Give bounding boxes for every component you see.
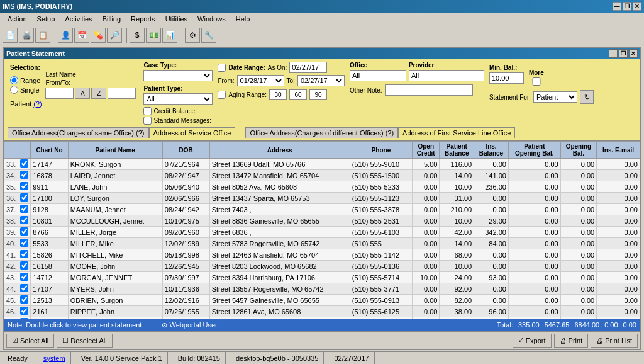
tb-btn-10[interactable]: 📊 xyxy=(162,28,177,43)
ps-minimize-btn[interactable]: — xyxy=(609,49,618,58)
menu-help[interactable]: Help xyxy=(231,14,255,24)
menu-reports[interactable]: Reports xyxy=(126,14,160,24)
statement-for-select[interactable]: Patient xyxy=(533,91,577,103)
table-row[interactable]: 44. 17107 MYERS, John 10/11/1936 Street … xyxy=(4,283,640,295)
row-check[interactable] xyxy=(18,227,31,238)
tb-btn-6[interactable]: 💊 xyxy=(91,28,106,43)
table-row[interactable]: 36. 17100 LOY, Surgon 02/06/1966 Street … xyxy=(4,193,640,204)
row-check[interactable] xyxy=(18,193,31,204)
deselect-all-button[interactable]: ☐ Deselect All xyxy=(57,334,112,348)
az-button[interactable]: A xyxy=(75,88,90,99)
select-all-button[interactable]: ☑ Select All xyxy=(6,334,54,348)
row-check[interactable] xyxy=(18,215,31,227)
row-check[interactable] xyxy=(18,283,31,295)
col-pat-open[interactable]: PatientOpening Bal. xyxy=(508,142,560,159)
patient-q[interactable]: (?) xyxy=(33,100,42,108)
addr-tab-same-office[interactable]: Office Address(Charges of same Office) (… xyxy=(8,127,149,138)
col-pat-bal[interactable]: PatientBalance xyxy=(440,142,474,159)
row-check[interactable] xyxy=(18,170,31,181)
provider-input[interactable] xyxy=(409,70,484,81)
tb-btn-9[interactable]: 💵 xyxy=(146,28,161,43)
standard-messages-check[interactable] xyxy=(143,117,152,125)
selection-to-input[interactable] xyxy=(108,88,136,99)
col-name[interactable]: Patient Name xyxy=(68,142,162,159)
table-row[interactable]: 42. 16158 MOORE, John 12/26/1945 Street … xyxy=(4,261,640,272)
single-radio[interactable] xyxy=(10,86,18,94)
menu-billing[interactable]: Billing xyxy=(97,14,126,24)
table-container[interactable]: Chart No Patient Name DOB Address Phone … xyxy=(4,141,640,319)
row-check[interactable] xyxy=(18,272,31,283)
selection-from-input[interactable] xyxy=(45,88,74,99)
row-check[interactable] xyxy=(18,238,31,249)
row-check[interactable] xyxy=(18,204,31,215)
table-row[interactable]: 33. 17147 KRONK, Surgon 07/21/1964 Stree… xyxy=(4,159,640,170)
row-check[interactable] xyxy=(18,295,31,306)
tb-btn-5[interactable]: 📅 xyxy=(74,28,89,43)
aging-range-check[interactable] xyxy=(218,91,226,99)
table-row[interactable]: 46. 2161 RIPPEE, John 07/26/1955 Street … xyxy=(4,306,640,317)
tb-btn-7[interactable]: 🔎 xyxy=(107,28,122,43)
tb-btn-4[interactable]: 👤 xyxy=(58,28,73,43)
aging-30-input[interactable] xyxy=(269,89,287,100)
menu-utilities[interactable]: Utilities xyxy=(160,14,192,24)
table-row[interactable]: 40. 5533 MILLER, Mike 12/02/1989 Street … xyxy=(4,238,640,249)
from-date-select[interactable]: 01/28/17 xyxy=(237,75,284,86)
patient-type-select[interactable]: All xyxy=(143,93,213,105)
col-open[interactable]: OpeningBal. xyxy=(560,142,596,159)
table-row[interactable]: 43. 14712 MORGAN, JENNET 07/30/1997 Stre… xyxy=(4,272,640,283)
more-check[interactable] xyxy=(529,77,544,86)
case-type-select[interactable] xyxy=(143,70,213,81)
credit-balance-check[interactable] xyxy=(143,107,152,115)
addr-tab-diff-office[interactable]: Office Address(Charges of different Offi… xyxy=(245,127,398,138)
ps-close-btn[interactable]: ✕ xyxy=(629,49,638,58)
row-check[interactable] xyxy=(18,306,31,317)
table-row[interactable]: 34. 16878 LAIRD, Jennet 08/22/1947 Stree… xyxy=(4,170,640,181)
col-phone[interactable]: Phone xyxy=(350,142,412,159)
row-check[interactable] xyxy=(18,261,31,272)
range-radio[interactable] xyxy=(10,76,18,84)
table-row[interactable]: 38. 10801 MCCULLOUGH, Jennet 10/10/1975 … xyxy=(4,215,640,227)
row-check[interactable] xyxy=(18,181,31,193)
col-addr[interactable]: Address xyxy=(209,142,350,159)
statement-for-refresh-btn[interactable]: ↻ xyxy=(580,90,594,104)
col-open-credit[interactable]: OpenCredit xyxy=(413,142,440,159)
addr-tab-first-service[interactable]: Address of First Service Line Office xyxy=(398,127,515,138)
ps-restore-btn[interactable]: ❐ xyxy=(619,49,628,58)
print-list-button[interactable]: 🖨 Print List xyxy=(591,334,638,348)
col-ins-email[interactable]: Ins. E-mail xyxy=(597,142,640,159)
row-check[interactable] xyxy=(18,159,31,170)
tb-btn-12[interactable]: 🔧 xyxy=(201,28,216,43)
other-note-input[interactable] xyxy=(385,84,473,96)
table-row[interactable]: 45. 12513 OBRIEN, Surgon 12/02/1916 Stre… xyxy=(4,295,640,306)
menu-activities[interactable]: Activities xyxy=(60,14,97,24)
table-row[interactable]: 39. 8766 MILLER, Jorge 09/20/1960 Street… xyxy=(4,227,640,238)
tb-btn-3[interactable]: 📋 xyxy=(35,28,50,43)
table-row[interactable]: 37. 9128 MAANUM, Jennet 08/24/1942 Stree… xyxy=(4,204,640,215)
aging-90-input[interactable] xyxy=(309,89,327,100)
tb-btn-11[interactable]: ⚙ xyxy=(185,28,200,43)
print-button[interactable]: 🖨 Print xyxy=(554,334,589,348)
table-row[interactable]: 35. 9911 LANE, John 05/06/1940 Street 80… xyxy=(4,181,640,193)
tb-btn-2[interactable]: 🖨️ xyxy=(19,28,34,43)
menu-setup[interactable]: Setup xyxy=(32,14,60,24)
tb-btn-1[interactable]: 📄 xyxy=(3,28,18,43)
menu-action[interactable]: Action xyxy=(3,14,32,24)
date-range-check[interactable] xyxy=(218,64,226,72)
menu-windows[interactable]: Windows xyxy=(192,14,231,24)
to-date-select[interactable]: 02/27/17 xyxy=(297,75,345,86)
as-on-input[interactable] xyxy=(289,62,327,73)
col-dob[interactable]: DOB xyxy=(162,142,209,159)
table-row[interactable]: 41. 15826 MITCHELL, Mike 05/18/1998 Stre… xyxy=(4,249,640,261)
col-chart[interactable]: Chart No xyxy=(31,142,68,159)
office-input[interactable] xyxy=(350,70,406,81)
restore-button[interactable]: ❐ xyxy=(623,2,631,11)
close-button[interactable]: ✕ xyxy=(633,2,641,11)
tb-btn-8[interactable]: $ xyxy=(130,28,145,43)
col-ins-bal[interactable]: Ins.Balance xyxy=(474,142,509,159)
minimize-button[interactable]: — xyxy=(613,2,621,11)
zz-button[interactable]: Z xyxy=(91,88,106,99)
aging-60-input[interactable] xyxy=(289,89,307,100)
addr-tab-service-office[interactable]: Address of Service Office xyxy=(149,127,236,138)
export-button[interactable]: ✓ Export xyxy=(513,334,552,348)
row-check[interactable] xyxy=(18,249,31,261)
